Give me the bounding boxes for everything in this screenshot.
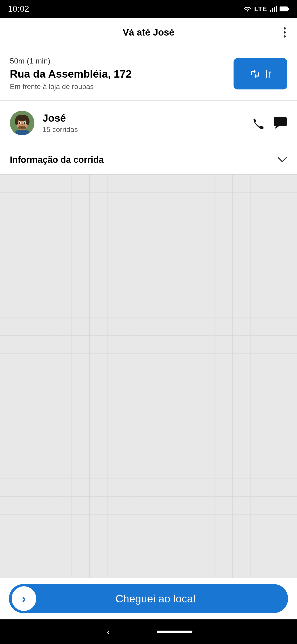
bottom-cta: › Cheguei ao local xyxy=(0,578,297,620)
home-indicator xyxy=(157,630,192,633)
nav-landmark: Em frente à loja de roupas xyxy=(10,82,227,91)
nav-info: 50m (1 min) Rua da Assembléia, 172 Em fr… xyxy=(10,56,227,91)
passenger-name: José xyxy=(42,112,251,124)
map-area xyxy=(0,174,297,578)
toolbar: Vá até José xyxy=(0,18,297,47)
bottom-nav-bar: ‹ xyxy=(0,620,297,644)
svg-point-11 xyxy=(15,118,18,125)
chevron-svg xyxy=(277,157,287,163)
nav-address: Rua da Assembléia, 172 xyxy=(10,68,227,80)
svg-point-16 xyxy=(24,122,25,124)
directions-icon xyxy=(249,68,261,80)
passenger-info: José 15 corridas xyxy=(42,112,251,134)
battery-icon xyxy=(280,6,289,12)
svg-rect-6 xyxy=(280,7,287,11)
phone-icon xyxy=(251,117,264,129)
ride-info-label: Informação da corrida xyxy=(10,155,104,165)
status-bar: 10:02 LTE xyxy=(0,0,297,18)
status-time: 10:02 xyxy=(8,4,29,14)
back-button[interactable]: ‹ xyxy=(105,624,112,639)
more-options-button[interactable] xyxy=(281,25,288,40)
svg-point-12 xyxy=(26,118,29,125)
go-button-label: Ir xyxy=(265,67,272,80)
avatar xyxy=(10,111,34,135)
chat-button[interactable] xyxy=(273,116,287,130)
go-button[interactable]: Ir xyxy=(234,58,287,90)
page-title: Vá até José xyxy=(123,27,174,38)
menu-dot-2 xyxy=(284,31,286,34)
call-button[interactable] xyxy=(251,117,264,129)
ride-info-section[interactable]: Informação da corrida xyxy=(0,145,297,174)
svg-point-17 xyxy=(18,126,26,130)
status-icons: LTE xyxy=(243,5,289,13)
passenger-actions xyxy=(251,116,287,130)
wifi-icon xyxy=(243,5,252,12)
arrived-arrow-circle: › xyxy=(12,586,36,611)
chevron-down-icon xyxy=(277,157,287,163)
app-container: Vá até José 50m (1 min) Rua da Assembléi… xyxy=(0,18,297,620)
menu-dot-3 xyxy=(284,35,286,38)
passenger-avatar-image xyxy=(10,111,34,135)
svg-point-15 xyxy=(19,122,20,124)
lte-label: LTE xyxy=(254,5,267,13)
chat-icon xyxy=(273,116,287,130)
nav-distance: 50m (1 min) xyxy=(10,56,227,65)
navigation-section: 50m (1 min) Rua da Assembléia, 172 Em fr… xyxy=(0,47,297,100)
signal-icon xyxy=(270,6,277,12)
svg-rect-2 xyxy=(274,7,275,12)
chevron-right-icon: › xyxy=(22,592,26,605)
menu-dot-1 xyxy=(284,27,286,30)
passenger-section: José 15 corridas xyxy=(0,100,297,145)
svg-marker-20 xyxy=(275,126,279,129)
svg-rect-1 xyxy=(272,8,273,12)
passenger-rides: 15 corridas xyxy=(42,126,251,134)
svg-rect-0 xyxy=(270,10,271,12)
arrived-label: Cheguei ao local xyxy=(36,592,288,605)
svg-rect-19 xyxy=(274,117,287,126)
svg-rect-3 xyxy=(276,6,277,12)
svg-rect-18 xyxy=(15,130,29,135)
svg-rect-5 xyxy=(288,8,289,10)
arrived-button[interactable]: › Cheguei ao local xyxy=(9,584,288,613)
route-icon xyxy=(249,68,261,80)
